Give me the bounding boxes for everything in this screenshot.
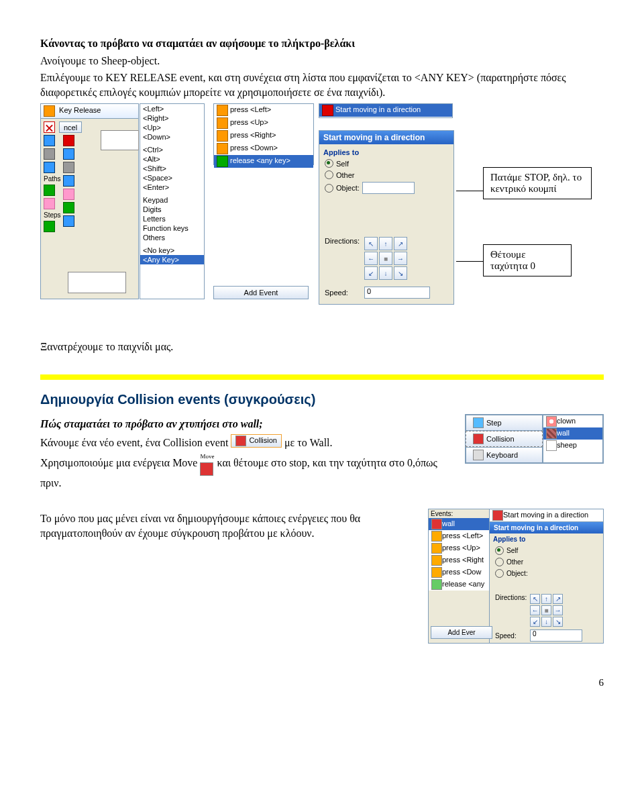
list-item[interactable]: <Ctrl>	[140, 145, 204, 154]
dialog-title: Start moving in a direction	[319, 131, 453, 144]
dir-e[interactable]: →	[394, 252, 407, 265]
dir-sw[interactable]: ↙	[364, 266, 378, 280]
dir-stop[interactable]: ■	[379, 252, 392, 265]
speed-input[interactable]: 0	[364, 287, 430, 299]
object-field[interactable]	[362, 182, 415, 194]
list-item[interactable]: Digits	[140, 205, 204, 214]
list-item[interactable]: <Space>	[140, 173, 204, 183]
pointer-arrow	[101, 130, 139, 150]
dir-e[interactable]: →	[553, 605, 563, 615]
tool-icon[interactable]	[63, 202, 74, 213]
dir-se[interactable]: ↘	[553, 617, 563, 627]
event-item[interactable]: press <Right>	[214, 130, 313, 142]
move-icon[interactable]	[200, 462, 213, 476]
key-icon	[431, 555, 442, 566]
dir-n[interactable]: ↑	[379, 237, 392, 250]
events-header: Events:	[429, 509, 489, 518]
list-item[interactable]: <No key>	[140, 246, 204, 255]
tool-icon[interactable]	[63, 215, 74, 227]
event-item[interactable]: press <Left>	[429, 530, 489, 542]
list-item[interactable]: Letters	[140, 214, 204, 223]
event-item[interactable]: press <Up>	[214, 117, 313, 130]
sidebar-label-steps: Steps	[44, 211, 61, 219]
tool-icon[interactable]	[44, 135, 55, 146]
submenu-wall[interactable]: wall	[543, 427, 602, 440]
event-item[interactable]: press <Right	[429, 554, 489, 566]
menu-step[interactable]: Step	[466, 415, 543, 431]
tool-icon[interactable]	[63, 148, 74, 160]
key-icon	[431, 531, 442, 542]
tool-icon[interactable]	[63, 175, 74, 187]
dir-w[interactable]: ←	[364, 252, 378, 265]
action-item[interactable]: Start moving in a direction	[319, 104, 452, 117]
mini-radio-self[interactable]	[495, 546, 504, 555]
dir-w[interactable]: ←	[530, 605, 540, 615]
panel-header: Key Release	[59, 107, 101, 115]
mini-radio-other[interactable]	[495, 558, 504, 566]
submenu-clown[interactable]: clown	[543, 415, 602, 427]
list-item[interactable]: Keypad	[140, 195, 204, 205]
list-item[interactable]: Function keys	[140, 223, 204, 233]
cancel-button[interactable]: ncel	[59, 121, 82, 133]
submenu-sheep[interactable]: sheep	[543, 440, 602, 452]
collision-chip[interactable]: Collision	[231, 434, 282, 448]
radio-self[interactable]	[325, 159, 333, 168]
key-release-icon	[217, 156, 228, 167]
mini-speed-input[interactable]: 0	[530, 629, 582, 642]
tool-icon[interactable]	[63, 135, 74, 146]
add-event-button[interactable]: Add Event	[213, 286, 309, 299]
list-item[interactable]: <Alt>	[140, 154, 204, 164]
tool-icon[interactable]	[44, 221, 55, 232]
tool-icon[interactable]	[63, 189, 74, 200]
dir-n[interactable]: ↑	[541, 594, 551, 604]
event-item[interactable]: press <Left>	[214, 104, 313, 117]
list-item[interactable]: <Down>	[140, 132, 204, 142]
dir-s[interactable]: ↓	[379, 266, 392, 280]
wall-icon	[546, 428, 557, 439]
dir-s[interactable]: ↓	[541, 617, 551, 627]
list-item[interactable]: <Shift>	[140, 164, 204, 173]
list-item[interactable]: <Enter>	[140, 183, 204, 192]
callout-speed: Θέτουμεταχύτητα 0	[483, 244, 572, 276]
event-item[interactable]: press <Dow	[429, 566, 489, 578]
menu-keyboard[interactable]: Keyboard	[466, 447, 543, 463]
dir-nw[interactable]: ↖	[530, 594, 540, 604]
list-item[interactable]: <Right>	[140, 113, 204, 123]
question: Πώς σταματάει το πρόβατο αν χτυπήσει στο…	[40, 417, 458, 432]
radio-label: Object:	[336, 184, 360, 192]
mini-applies: Applies to	[490, 534, 603, 545]
collision-wall-icon	[431, 519, 442, 529]
list-item[interactable]: <Up>	[140, 123, 204, 132]
dir-nw[interactable]: ↖	[364, 237, 378, 250]
tool-icon[interactable]	[63, 162, 74, 173]
paragraph: Χρησιμοποιούμε μια ενέργεια Move Move κα…	[40, 452, 458, 490]
dir-se[interactable]: ↘	[394, 266, 407, 280]
dir-sw[interactable]: ↙	[530, 617, 540, 627]
action-item[interactable]: Start moving in a direction	[490, 509, 603, 521]
radio-object[interactable]	[325, 184, 333, 193]
key-release-icon	[44, 105, 55, 117]
event-item[interactable]: press <Down>	[214, 142, 313, 155]
dir-ne[interactable]: ↗	[553, 594, 563, 604]
menu-collision[interactable]: Collision	[466, 431, 543, 447]
mini-dialog-title: Start moving in a direction	[490, 522, 603, 534]
list-item-selected[interactable]: <Any Key>	[140, 255, 204, 264]
event-wall[interactable]: wall	[429, 518, 489, 530]
sidebar-label-paths: Paths	[44, 175, 61, 183]
tool-icon[interactable]	[44, 185, 55, 196]
dir-ne[interactable]: ↗	[394, 237, 407, 250]
event-item[interactable]: release <any	[429, 578, 489, 591]
mini-radio-object[interactable]	[495, 569, 504, 578]
cancel-icon[interactable]	[44, 121, 55, 133]
key-icon	[431, 543, 442, 554]
tool-icon[interactable]	[44, 198, 55, 209]
paragraph: Κάνουμε ένα νέο event, ένα Collision eve…	[40, 434, 458, 450]
radio-other[interactable]	[325, 170, 333, 179]
list-item[interactable]: <Left>	[140, 104, 204, 113]
tool-icon[interactable]	[44, 148, 55, 160]
add-event-button-small[interactable]: Add Ever	[431, 626, 492, 639]
list-item[interactable]: Others	[140, 233, 204, 242]
event-item[interactable]: press <Up>	[429, 542, 489, 554]
dir-stop[interactable]: ■	[541, 605, 551, 615]
tool-icon[interactable]	[44, 162, 55, 173]
